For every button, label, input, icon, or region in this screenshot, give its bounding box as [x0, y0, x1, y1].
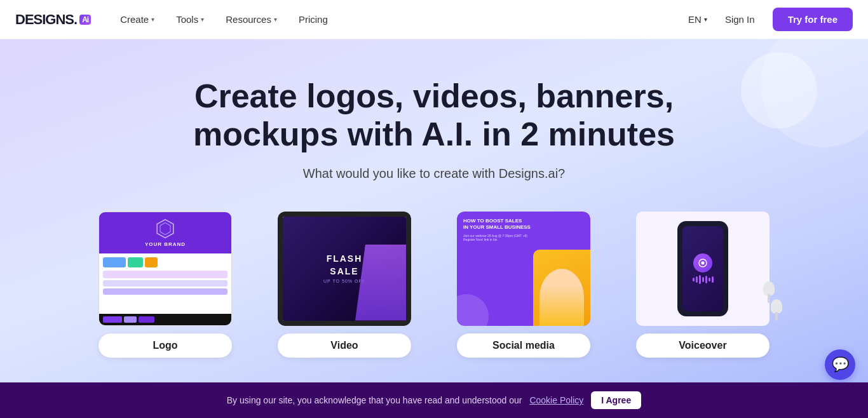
social-media-card-image: HOW TO BOOST SALESIN YOUR SMALL BUSINESS… — [457, 212, 590, 326]
earbud — [763, 281, 775, 295]
cookie-policy-link[interactable]: Cookie Policy — [529, 395, 583, 405]
chat-bubble[interactable]: 💬 — [825, 349, 855, 380]
logo-mock-footer — [99, 314, 231, 325]
cookie-agree-button[interactable]: I Agree — [591, 391, 641, 409]
earbud-2 — [771, 299, 782, 313]
video-card-image: FLASH SALE UP TO 50% OFF — [278, 212, 411, 326]
social-circle-deco — [457, 294, 489, 326]
social-subtext: Join our webinar 28 Aug @ 7:30pm (GMT +8… — [463, 234, 584, 241]
social-face — [533, 250, 590, 326]
video-button[interactable]: Video — [278, 334, 411, 358]
flash-sub-text: UP TO 50% OFF — [323, 279, 365, 283]
svg-point-3 — [702, 261, 705, 264]
nav-links: Create ▾ Tools ▾ Resources ▾ Pricing — [111, 9, 688, 30]
nav-resources[interactable]: Resources ▾ — [217, 9, 286, 30]
chevron-down-icon: ▾ — [274, 16, 277, 23]
voiceover-button[interactable]: Voiceover — [636, 334, 770, 358]
voice-wave — [693, 275, 714, 284]
cookie-banner: By using our site, you acknowledge that … — [0, 382, 868, 418]
music-icon — [698, 258, 708, 268]
hero-subtitle: What would you like to create with Desig… — [303, 166, 565, 181]
logo-mock-body — [99, 253, 231, 299]
voice-mock — [636, 212, 770, 326]
earbud-stem-2 — [775, 312, 778, 321]
earbud-stem — [768, 294, 770, 303]
voiceover-card-image — [636, 212, 770, 326]
try-for-free-button[interactable]: Try for free — [773, 8, 853, 31]
social-headline: HOW TO BOOST SALESIN YOUR SMALL BUSINESS — [463, 218, 584, 231]
logo-card-image: YOUR BRAND — [98, 212, 232, 326]
voiceover-card: Voiceover — [622, 212, 783, 358]
logo-ai-badge: Ai — [79, 15, 91, 25]
language-selector[interactable]: EN ▾ — [688, 14, 707, 25]
logo-card: YOUR BRAND — [85, 212, 246, 358]
social-face-inner — [539, 269, 584, 326]
nav-right: EN ▾ Sign In Try for free — [688, 8, 853, 31]
logo-mock: YOUR BRAND — [98, 212, 232, 326]
nav-pricing[interactable]: Pricing — [290, 9, 337, 30]
logo-text: DESIGNS. — [15, 11, 77, 28]
flash-sale-text: FLASH — [327, 253, 363, 264]
social-media-card: HOW TO BOOST SALESIN YOUR SMALL BUSINESS… — [443, 212, 604, 358]
hero-section: Create logos, videos, banners, mockups w… — [0, 39, 868, 418]
brand-text: YOUR BRAND — [145, 241, 186, 247]
phone-screen — [682, 226, 723, 311]
logo-button[interactable]: Logo — [98, 334, 232, 358]
logo-mock-header: YOUR BRAND — [99, 212, 231, 253]
chevron-down-icon: ▾ — [704, 16, 707, 23]
earbuds — [763, 281, 789, 313]
navbar: DESIGNS.Ai Create ▾ Tools ▾ Resources ▾ … — [0, 0, 868, 39]
video-mock: FLASH SALE UP TO 50% OFF — [278, 212, 411, 326]
sign-in-button[interactable]: Sign In — [717, 9, 763, 30]
nav-create[interactable]: Create ▾ — [111, 9, 163, 30]
product-cards-row: YOUR BRAND — [85, 212, 783, 358]
social-media-button[interactable]: Social media — [457, 334, 590, 358]
hex-icon — [155, 219, 175, 239]
chat-icon: 💬 — [832, 356, 849, 373]
phone-device — [677, 221, 728, 316]
svg-marker-1 — [160, 222, 170, 234]
social-mock: HOW TO BOOST SALESIN YOUR SMALL BUSINESS… — [457, 212, 590, 326]
chevron-down-icon: ▾ — [201, 16, 204, 23]
chevron-down-icon: ▾ — [151, 16, 154, 23]
cookie-text: By using our site, you acknowledge that … — [227, 395, 522, 405]
logo[interactable]: DESIGNS.Ai — [15, 11, 91, 28]
hero-title: Create logos, videos, banners, mockups w… — [173, 78, 695, 154]
video-card: FLASH SALE UP TO 50% OFF Video — [264, 212, 425, 358]
flash-sale-text2: SALE — [330, 266, 358, 276]
nav-tools[interactable]: Tools ▾ — [167, 9, 213, 30]
voice-circle — [693, 253, 712, 273]
